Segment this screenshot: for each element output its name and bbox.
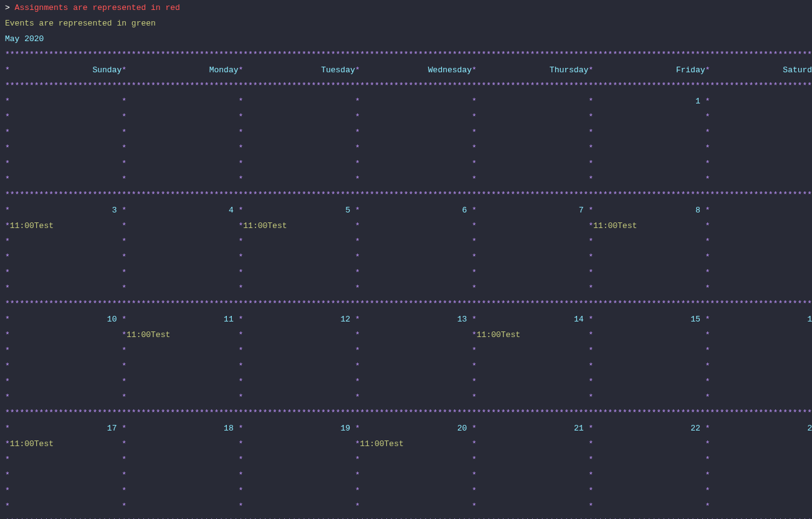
day-label-sunday: Sunday — [92, 65, 122, 75]
day-number: 3 — [112, 206, 117, 215]
calendar-rule: ****************************************… — [5, 190, 812, 199]
event-entry: 11:00Test — [127, 330, 170, 340]
day-number: 16 — [807, 315, 812, 324]
day-number: 4 — [229, 206, 234, 215]
day-number: 5 — [345, 206, 350, 215]
event-entry: 11:00Test — [360, 439, 404, 449]
day-number: 10 — [107, 315, 117, 324]
day-label-friday: Friday — [676, 65, 705, 75]
terminal-output: > Assignments are represented in redEven… — [0, 0, 812, 519]
day-label-tuesday: Tuesday — [321, 65, 355, 75]
day-number: 17 — [107, 424, 117, 433]
calendar-rule: ****************************************… — [5, 408, 812, 417]
day-number: 8 — [695, 206, 700, 215]
day-number: 12 — [340, 315, 350, 324]
day-number: 21 — [574, 424, 584, 433]
day-number: 15 — [690, 315, 700, 324]
calendar-rule: ****************************************… — [5, 81, 812, 90]
day-number: 7 — [579, 206, 584, 215]
day-label-monday: Monday — [209, 65, 239, 75]
prompt: > — [5, 3, 15, 12]
legend-assignments: Assignments are represented in red — [15, 3, 180, 12]
event-entry: 11:00Test — [477, 330, 520, 340]
calendar-rule: ****************************************… — [5, 299, 812, 308]
legend-events: Events are represented in green — [5, 19, 156, 28]
day-label-saturday: Saturday — [783, 65, 812, 75]
day-label-thursday: Thursday — [550, 65, 588, 75]
day-number: 23 — [807, 424, 812, 433]
month-year: May 2020 — [5, 34, 44, 44]
day-number: 20 — [457, 424, 467, 433]
event-entry: 11:00Test — [243, 221, 287, 231]
calendar-rule: ****************************************… — [5, 50, 812, 59]
event-entry: 11:00Test — [10, 439, 54, 449]
event-entry: 11:00Test — [10, 221, 54, 231]
day-label-wednesday: Wednesday — [428, 65, 472, 75]
day-number: 13 — [457, 315, 467, 324]
day-number: 6 — [462, 206, 467, 215]
day-number: 18 — [224, 424, 234, 433]
day-number: 14 — [574, 315, 584, 324]
day-number: 1 — [695, 97, 700, 106]
event-entry: 11:00Test — [593, 221, 637, 231]
day-number: 22 — [690, 424, 700, 433]
day-number: 11 — [224, 315, 234, 324]
day-number: 19 — [340, 424, 350, 433]
